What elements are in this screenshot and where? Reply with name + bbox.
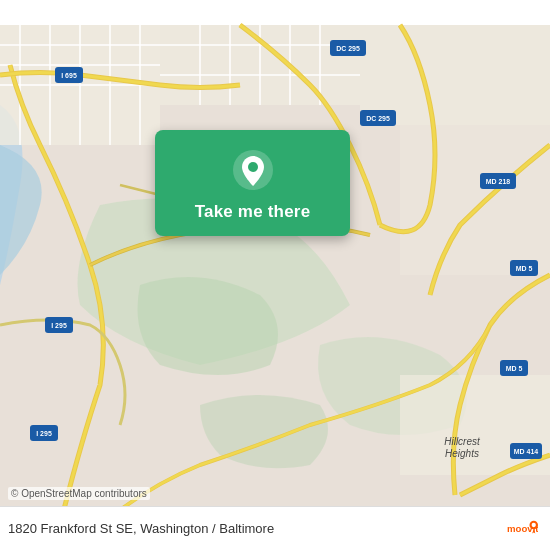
svg-text:MD 5: MD 5 bbox=[506, 365, 523, 372]
copyright-text: © OpenStreetMap contributors bbox=[8, 487, 150, 500]
svg-rect-4 bbox=[400, 125, 550, 275]
svg-text:MD 5: MD 5 bbox=[516, 265, 533, 272]
svg-text:DC 295: DC 295 bbox=[336, 45, 360, 52]
svg-text:I 295: I 295 bbox=[51, 322, 67, 329]
take-me-there-card[interactable]: Take me there bbox=[155, 130, 350, 236]
svg-text:Hillcrest: Hillcrest bbox=[444, 436, 481, 447]
svg-text:MD 414: MD 414 bbox=[514, 448, 539, 455]
location-pin-icon bbox=[231, 148, 275, 192]
address-text: 1820 Frankford St SE, Washington / Balti… bbox=[8, 521, 274, 536]
take-me-there-label: Take me there bbox=[195, 202, 311, 222]
svg-text:I 695: I 695 bbox=[61, 72, 77, 79]
bottom-bar: 1820 Frankford St SE, Washington / Balti… bbox=[0, 506, 550, 550]
moovit-logo: moovit bbox=[506, 513, 538, 545]
svg-text:Heights: Heights bbox=[445, 448, 479, 459]
map-svg: I 695 I 295 I 295 DC 295 DC 295 MD 218 M… bbox=[0, 0, 550, 550]
map-container: I 695 I 295 I 295 DC 295 DC 295 MD 218 M… bbox=[0, 0, 550, 550]
svg-text:I 295: I 295 bbox=[36, 430, 52, 437]
svg-text:MD 218: MD 218 bbox=[486, 178, 511, 185]
svg-point-45 bbox=[532, 522, 536, 526]
svg-point-42 bbox=[248, 162, 258, 172]
moovit-icon: moovit bbox=[506, 513, 538, 545]
svg-text:DC 295: DC 295 bbox=[366, 115, 390, 122]
